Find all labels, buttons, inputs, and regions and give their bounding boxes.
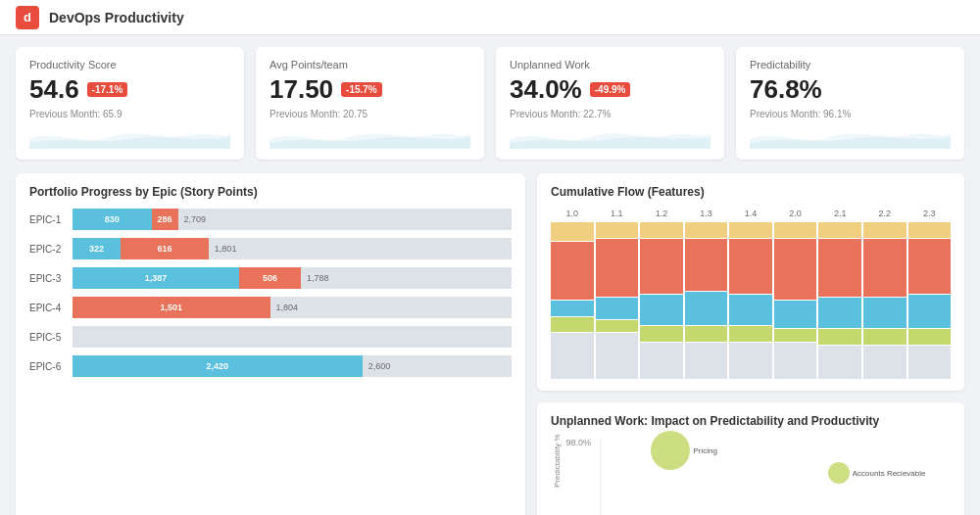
kpi-value-0: 54.6: [29, 74, 79, 105]
dashboard: Productivity Score 54.6 -17.1% Previous …: [0, 35, 980, 515]
cf-column: [685, 222, 728, 379]
cf-header-cell: 2.2: [863, 209, 906, 218]
kpi-prev-3: Previous Month: 96.1%: [750, 109, 951, 119]
epic-label: EPIC-2: [29, 244, 73, 255]
cf-segment-green: [863, 329, 906, 345]
epic-row: EPIC-6 2,4202,600: [29, 355, 512, 377]
cf-segment-green: [729, 326, 772, 342]
cf-segment-orange: [551, 242, 594, 300]
cf-segment-blue: [863, 298, 906, 328]
cf-column: [863, 222, 906, 379]
bar-gray: 1,804: [270, 297, 512, 318]
app-title: DevOps Productivity: [49, 10, 184, 25]
unplanned-title: Unplanned Work: Impact on Predictability…: [551, 414, 951, 428]
kpi-badge-0: -17.1%: [87, 82, 128, 97]
cf-segment-gray: [774, 343, 817, 379]
cf-header-cell: 1.0: [551, 209, 594, 218]
unplanned-card: Unplanned Work: Impact on Predictability…: [537, 402, 964, 515]
cf-segment-blue: [908, 295, 952, 328]
cf-segment-gray: [551, 333, 594, 379]
cf-header-cell: 2.3: [908, 209, 952, 218]
cf-header-cell: 1.1: [596, 209, 639, 218]
kpi-value-row-2: 34.0% -49.9%: [510, 74, 710, 105]
bar-container: 8302862,709: [73, 209, 512, 230]
cf-segment-orange: [640, 239, 683, 294]
bar-orange: 506: [239, 267, 301, 289]
epic-row: EPIC-4 1,5011,804: [29, 297, 512, 318]
cf-segment-yellow: [596, 222, 639, 238]
bar-container: 2,4202,600: [73, 355, 512, 377]
cf-segment-green: [774, 329, 817, 341]
cf-segment-green: [685, 326, 728, 342]
cf-segment-orange: [908, 239, 952, 294]
epic-label: EPIC-1: [29, 214, 73, 225]
cf-segment-yellow: [685, 222, 728, 238]
kpi-value-1: 17.50: [270, 74, 333, 105]
cumflow-card: Cumulative Flow (Features) 1.01.11.21.31…: [537, 173, 964, 391]
cf-segment-yellow: [863, 222, 906, 238]
bubble-chart: 98.0% 96.0% Predictability % PricingAcco…: [551, 438, 951, 515]
app-header: d DevOps Productivity: [0, 0, 980, 35]
kpi-label-0: Productivity Score: [29, 59, 230, 70]
right-panel: Cumulative Flow (Features) 1.01.11.21.31…: [537, 173, 964, 515]
epic-row: EPIC-5: [29, 326, 512, 348]
kpi-prev-1: Previous Month: 20.75: [270, 109, 470, 119]
cf-segment-gray: [818, 346, 861, 379]
bar-orange: 286: [152, 209, 178, 230]
cf-segment-gray: [908, 346, 952, 379]
bar-gray: 2,709: [178, 209, 513, 230]
bar-container: 1,3875061,788: [73, 267, 512, 289]
cf-segment-yellow: [640, 222, 683, 238]
bar-container: 3226161,801: [73, 238, 512, 259]
kpi-value-row-1: 17.50 -15.7%: [270, 74, 470, 105]
bar-blue: 830: [73, 209, 152, 230]
cf-column: [551, 222, 594, 379]
bar-orange: 1,501: [73, 297, 270, 318]
kpi-row: Productivity Score 54.6 -17.1% Previous …: [16, 47, 964, 160]
kpi-badge-2: -49.9%: [590, 82, 631, 97]
cf-segment-orange: [685, 239, 728, 291]
kpi-value-row-0: 54.6 -17.1%: [29, 74, 230, 105]
bubble-area: PricingAccounts Recievable: [600, 438, 951, 515]
epic-row: EPIC-3 1,3875061,788: [29, 267, 512, 289]
cf-segment-yellow: [551, 222, 594, 241]
cf-segment-yellow: [908, 222, 952, 238]
cf-header-cell: 1.2: [640, 209, 683, 218]
bottom-row: Portfolio Progress by Epic (Story Points…: [16, 173, 964, 515]
kpi-wave-2: [510, 119, 710, 149]
cf-column: [774, 222, 817, 379]
cf-segment-blue: [774, 301, 817, 328]
kpi-prev-2: Previous Month: 22.7%: [510, 109, 710, 119]
cf-segment-yellow: [774, 222, 817, 238]
kpi-card-2: Unplanned Work 34.0% -49.9% Previous Mon…: [496, 47, 724, 160]
bar-blue: 1,387: [73, 267, 239, 289]
epic-row: EPIC-2 3226161,801: [29, 238, 512, 259]
cf-header-cell: 2.1: [818, 209, 861, 218]
cf-segment-green: [596, 320, 639, 332]
cf-segment-yellow: [818, 222, 861, 238]
cf-segment-green: [551, 317, 594, 333]
bar-orange: 616: [121, 238, 209, 259]
epic-row: EPIC-1 8302862,709: [29, 209, 512, 230]
cf-segment-orange: [729, 239, 772, 294]
cf-segment-orange: [863, 239, 906, 297]
epic-label: EPIC-6: [29, 361, 73, 372]
cf-segment-gray: [729, 343, 772, 379]
kpi-card-1: Avg Points/team 17.50 -15.7% Previous Mo…: [256, 47, 484, 160]
kpi-card-0: Productivity Score 54.6 -17.1% Previous …: [16, 47, 244, 160]
cf-segment-green: [908, 329, 952, 345]
cf-column: [818, 222, 861, 379]
bar-blue: 322: [73, 238, 121, 259]
bar-container: [73, 326, 512, 348]
cf-header-cell: 2.0: [774, 209, 817, 218]
cf-segment-blue: [640, 295, 683, 325]
cf-segment-green: [640, 326, 683, 342]
y-axis-title: Predictability %: [553, 476, 562, 488]
cf-segment-orange: [818, 239, 861, 297]
kpi-badge-1: -15.7%: [341, 82, 382, 97]
cf-segment-blue: [551, 301, 594, 316]
cf-segment-orange: [596, 239, 639, 297]
app-logo: d: [16, 6, 39, 29]
cumflow-title: Cumulative Flow (Features): [551, 185, 951, 199]
cf-segment-yellow: [729, 222, 772, 238]
